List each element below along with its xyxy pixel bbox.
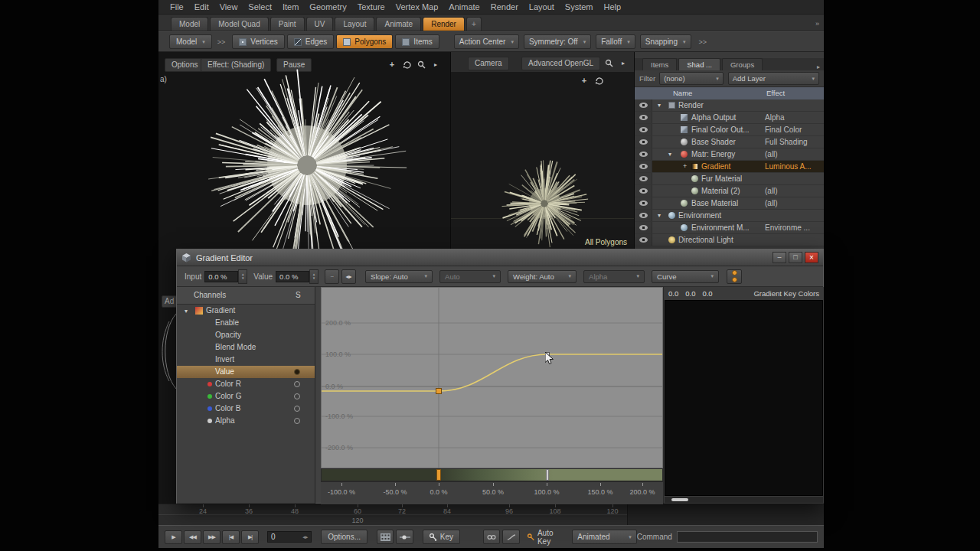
action-center-dropdown[interactable]: Action Center ▾ (454, 34, 519, 49)
layout-tab-render[interactable]: Render (423, 17, 465, 31)
s-column-dot[interactable] (294, 418, 300, 424)
visibility-cell[interactable] (635, 124, 652, 135)
channel-row-color-r[interactable]: Color R (177, 378, 315, 390)
channel-row-alpha[interactable]: Alpha (177, 415, 315, 427)
shader-row-render[interactable]: ▾Render (635, 99, 824, 112)
maximize-button[interactable]: □ (789, 252, 802, 263)
weight-dropdown[interactable]: Weight: Auto ▾ (508, 270, 577, 283)
gradient-bar-key-selected[interactable] (436, 469, 441, 481)
layout-tab-uv[interactable]: UV (306, 17, 334, 31)
visibility-cell[interactable] (635, 99, 652, 111)
fast-forward-button[interactable]: ▶▶ (203, 530, 220, 544)
channel-row-invert[interactable]: Invert (177, 354, 315, 366)
visibility-cell[interactable] (635, 148, 652, 160)
visibility-cell[interactable] (635, 136, 652, 148)
snapping-dropdown[interactable]: Snapping ▾ (640, 34, 691, 49)
menu-item-geometry[interactable]: Geometry (304, 2, 351, 11)
shader-row-final-color-out[interactable]: Final Color Out...Final Color (635, 124, 824, 136)
gradient-curve[interactable] (322, 354, 662, 391)
channel-row-blend-mode[interactable]: Blend Mode (177, 341, 315, 354)
command-input[interactable] (677, 531, 818, 543)
shader-row-environment[interactable]: ▾Environment (635, 210, 824, 222)
auto-key-toggle[interactable]: Auto Key (528, 529, 567, 546)
channel-row-enable[interactable]: Enable (177, 317, 315, 329)
rotate-icon[interactable] (593, 75, 604, 86)
visibility-cell[interactable] (635, 234, 652, 246)
shader-row-base-shader[interactable]: Base ShaderFull Shading (635, 136, 824, 148)
layout-tab-paint[interactable]: Paint (270, 17, 305, 31)
layout-tab-model-quad[interactable]: Model Quad (210, 17, 268, 31)
value-field[interactable]: 0.0 % (276, 271, 309, 282)
snap-icon-button[interactable] (483, 530, 500, 544)
key-color-swatch-area[interactable] (665, 300, 823, 496)
visibility-cell[interactable] (635, 112, 652, 123)
mode-button-edges[interactable]: Edges (287, 34, 334, 49)
step-forward-button[interactable]: ▶| (241, 530, 259, 544)
menu-item-vertex-map[interactable]: Vertex Map (390, 2, 444, 11)
expand-plus-icon[interactable]: + (683, 162, 687, 170)
key-button[interactable]: Key (423, 530, 460, 544)
slope-dropdown[interactable]: Slope: Auto ▾ (365, 270, 433, 283)
channel-row-color-g[interactable]: Color G (177, 390, 315, 403)
menu-item-layout[interactable]: Layout (524, 2, 560, 11)
channel-row-opacity[interactable]: Opacity (177, 329, 315, 341)
input-spinner[interactable]: ▴▾ (238, 269, 247, 284)
key-colors-toggle[interactable] (727, 269, 742, 284)
layout-tab-animate[interactable]: Animate (376, 17, 421, 31)
layout-tab-model[interactable]: Model (171, 17, 208, 31)
visibility-cell[interactable] (635, 222, 652, 233)
gradient-editor-titlebar[interactable]: Gradient Editor – □ × (177, 249, 823, 266)
film-icon-button[interactable] (377, 530, 394, 544)
add-layer-dropdown[interactable]: Add Layer ▾ (728, 72, 819, 85)
filter-dropdown[interactable]: (none) ▾ (659, 72, 724, 85)
menu-item-item[interactable]: Item (277, 2, 304, 11)
falloff-dropdown[interactable]: Falloff ▾ (596, 34, 635, 49)
scrollbar-thumb[interactable] (671, 498, 688, 501)
layout-tab-overflow-icon[interactable]: » (815, 18, 819, 31)
key-navigate-button[interactable]: ◂▸ (341, 269, 356, 284)
shader-row-gradient[interactable]: +GradientLuminous A... (635, 161, 824, 173)
key-color-g[interactable]: 0.0 (685, 289, 695, 298)
shader-row-environment-m[interactable]: Environment M...Environme ... (635, 222, 824, 234)
camera-button[interactable]: Camera (468, 57, 509, 70)
s-column-dot[interactable] (294, 369, 300, 375)
shader-row-fur-material[interactable]: Fur Material (635, 173, 824, 185)
toolbar-overflow-left[interactable]: >> (217, 38, 226, 46)
expand-arrow[interactable]: ▾ (658, 102, 661, 109)
channel-row-value[interactable]: Value (177, 366, 315, 378)
menu-item-texture[interactable]: Texture (352, 2, 390, 11)
curve-key-selected[interactable] (436, 389, 442, 394)
options-button[interactable]: Options... (321, 530, 368, 544)
gradient-editor-window[interactable]: Gradient Editor – □ × Input 0.0 % ▴▾ Val… (176, 249, 824, 504)
slope-secondary-dropdown[interactable]: Auto ▾ (439, 270, 501, 283)
model-tool-dropdown[interactable]: Model ▾ (169, 34, 212, 49)
shader-row-matr-energy[interactable]: ▾Matr: Energy(all) (635, 148, 824, 161)
horizontal-scrollbar[interactable] (665, 497, 823, 503)
current-frame-field[interactable]: 0 ◂▸ (267, 531, 312, 543)
weight-secondary-dropdown[interactable]: Alpha ▾ (583, 270, 645, 283)
channel-row-color-b[interactable]: Color B (177, 403, 315, 415)
move-icon[interactable]: + (579, 75, 590, 86)
popover-fragment[interactable]: Ad (162, 295, 177, 308)
s-column-dot[interactable] (294, 381, 300, 387)
minimize-button[interactable]: – (773, 252, 786, 263)
animated-dropdown[interactable]: Animated ▾ (572, 530, 636, 544)
timeline-ruler[interactable]: 24364860728496108120120 (158, 504, 824, 526)
menu-item-render[interactable]: Render (485, 2, 524, 11)
reverse-button[interactable]: ◀◀ (184, 530, 201, 544)
renderer-button[interactable]: Advanced OpenGL (521, 57, 600, 70)
gradient-preview-bar[interactable] (321, 468, 663, 481)
layout-tab-layout[interactable]: Layout (335, 17, 374, 31)
visibility-cell[interactable] (635, 161, 652, 172)
mode-button-polygons[interactable]: Polygons (336, 34, 393, 49)
menu-item-edit[interactable]: Edit (189, 2, 214, 11)
key-color-b[interactable]: 0.0 (702, 289, 712, 298)
menu-item-file[interactable]: File (165, 2, 189, 11)
s-column-dot[interactable] (294, 393, 300, 399)
close-button[interactable]: × (805, 252, 818, 263)
curve-dropdown[interactable]: Curve ▾ (652, 270, 719, 283)
shader-panel-tab-shad[interactable]: Shad ... (678, 58, 720, 70)
menu-item-select[interactable]: Select (243, 2, 277, 11)
link-icon-button[interactable] (502, 530, 519, 544)
expand-arrow[interactable]: ▾ (668, 151, 671, 158)
